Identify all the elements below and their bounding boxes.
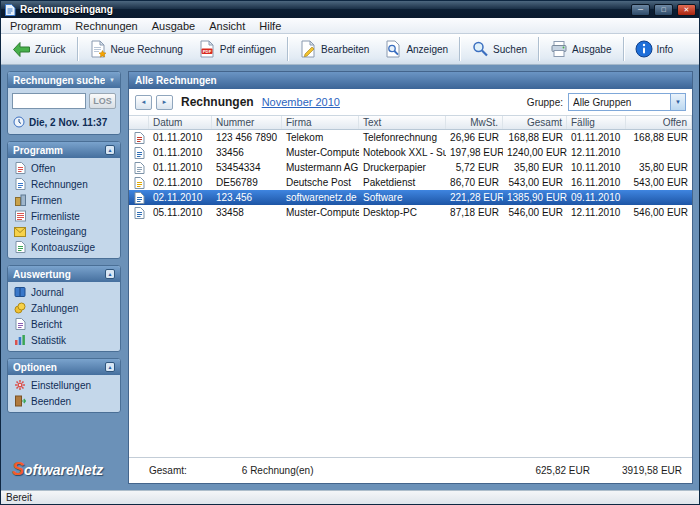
sidebar-item-offen[interactable]: Offen bbox=[8, 160, 120, 176]
sidebar-item-posteingang[interactable]: Posteingang bbox=[8, 224, 120, 239]
col-mwst[interactable]: MwSt. bbox=[446, 116, 503, 129]
col-firma[interactable]: Firma bbox=[282, 116, 359, 129]
invoice-row[interactable]: 01.11.2010123 456 7890TelekomTelefonrech… bbox=[129, 130, 692, 145]
invoice-doc-icon bbox=[129, 147, 149, 159]
view-button[interactable]: Anzeigen bbox=[377, 37, 455, 61]
table-header: Datum Nummer Firma Text MwSt. Gesamt Fäl… bbox=[129, 115, 692, 130]
date-text: Die, 2 Nov. 11:37 bbox=[29, 117, 107, 128]
minimize-button[interactable]: ─ bbox=[631, 4, 650, 16]
search-input[interactable] bbox=[12, 93, 86, 109]
cell-gesamt: 168,88 EUR bbox=[503, 132, 567, 143]
chevron-down-icon[interactable]: ▼ bbox=[670, 94, 685, 110]
footer-label: Gesamt: bbox=[149, 465, 187, 476]
period-link[interactable]: November 2010 bbox=[262, 96, 340, 108]
menu-item-programm[interactable]: Programm bbox=[3, 18, 68, 33]
sidebar-item-label: Kontoauszüge bbox=[31, 242, 95, 253]
sidebar-item-rechnungen[interactable]: Rechnungen bbox=[8, 176, 120, 192]
cell-text: Desktop-PC bbox=[359, 207, 446, 218]
toolbar-button-label: Ausgabe bbox=[572, 44, 611, 55]
toolbar-button-label: Bearbeiten bbox=[321, 44, 369, 55]
sidebar-item-zahlungen[interactable]: Zahlungen bbox=[8, 300, 120, 316]
group-value: Alle Gruppen bbox=[573, 97, 670, 108]
cell-mwst: 5,72 EUR bbox=[446, 162, 503, 173]
cell-offen: 543,00 EUR bbox=[626, 177, 692, 188]
sidebar-item-label: Statistik bbox=[31, 335, 66, 346]
next-month-button[interactable]: ► bbox=[156, 95, 173, 110]
close-button[interactable]: ✕ bbox=[677, 4, 696, 16]
invoice-row[interactable]: 01.11.201053454334Mustermann AGDruckerpa… bbox=[129, 160, 692, 175]
cell-text: Paketdienst bbox=[359, 177, 446, 188]
col-datum[interactable]: Datum bbox=[149, 116, 212, 129]
status-text: Bereit bbox=[6, 492, 32, 503]
footer-gesamt-total: 3919,58 EUR bbox=[622, 465, 682, 476]
cell-offen: 168,88 EUR bbox=[626, 132, 692, 143]
col-text[interactable]: Text bbox=[359, 116, 446, 129]
group-select[interactable]: Alle Gruppen ▼ bbox=[568, 93, 686, 111]
back-button[interactable]: Zurück bbox=[5, 38, 73, 61]
sidebar-item-journal[interactable]: Journal bbox=[8, 284, 120, 300]
collapse-icon[interactable]: ▲ bbox=[105, 362, 115, 372]
cell-nummer: 123 456 7890 bbox=[212, 132, 282, 143]
output-button[interactable]: Ausgabe bbox=[543, 37, 618, 61]
menu-item-ansicht[interactable]: Ansicht bbox=[202, 18, 252, 33]
menu-item-rechnungen[interactable]: Rechnungen bbox=[68, 18, 144, 33]
menu-item-ausgabe[interactable]: Ausgabe bbox=[145, 18, 202, 33]
col-gesamt[interactable]: Gesamt bbox=[503, 116, 567, 129]
cell-nummer: 123.456 bbox=[212, 192, 282, 203]
toolbar-separator bbox=[287, 37, 288, 61]
insert-pdf-button[interactable]: PDFPdf einfügen bbox=[191, 37, 283, 61]
preview-icon bbox=[384, 40, 402, 58]
chevron-down-icon[interactable]: ▼ bbox=[109, 77, 115, 83]
status-bar: Bereit bbox=[1, 490, 699, 504]
invoice-row[interactable]: 02.11.2010DE56789Deutsche PostPaketdiens… bbox=[129, 175, 692, 190]
new-invoice-button[interactable]: Neue Rechnung bbox=[82, 37, 190, 61]
open-invoices-icon bbox=[14, 162, 26, 174]
optionen-panel-header[interactable]: Optionen ▲ bbox=[8, 359, 120, 375]
title-bar[interactable]: Rechnungseingang ─ □ ✕ bbox=[1, 1, 699, 18]
sidebar-item-bericht[interactable]: Bericht bbox=[8, 316, 120, 332]
edit-button[interactable]: Bearbeiten bbox=[292, 37, 376, 61]
cell-datum: 01.11.2010 bbox=[149, 147, 212, 158]
col-icon bbox=[129, 116, 149, 129]
col-offen[interactable]: Offen bbox=[626, 116, 692, 129]
toolbar-button-label: Neue Rechnung bbox=[111, 44, 183, 55]
collapse-icon[interactable]: ▲ bbox=[105, 145, 115, 155]
report-icon bbox=[14, 318, 26, 330]
cell-text: Software bbox=[359, 192, 446, 203]
sidebar-item-kontoauszuege[interactable]: Kontoauszüge bbox=[8, 239, 120, 255]
search-panel-header[interactable]: Rechnungen suchen ▼ bbox=[8, 72, 120, 88]
sidebar-item-einstellungen[interactable]: Einstellungen bbox=[8, 377, 120, 393]
app-icon bbox=[4, 4, 16, 16]
info-icon bbox=[635, 40, 653, 58]
maximize-button[interactable]: □ bbox=[654, 4, 673, 16]
cell-offen: 35,80 EUR bbox=[626, 162, 692, 173]
invoice-row[interactable]: 05.11.201033458Muster-ComputerDesktop-PC… bbox=[129, 205, 692, 220]
search-go-button[interactable]: LOS bbox=[89, 93, 116, 109]
main-header: Alle Rechnungen bbox=[129, 72, 692, 89]
programm-panel-header[interactable]: Programm ▲ bbox=[8, 142, 120, 158]
menu-item-hilfe[interactable]: Hilfe bbox=[252, 18, 288, 33]
info-button[interactable]: Info bbox=[628, 37, 681, 61]
col-faellig[interactable]: Fällig bbox=[567, 116, 626, 129]
app-window: Rechnungseingang ─ □ ✕ ProgrammRechnunge… bbox=[0, 0, 700, 505]
sidebar-item-firmen[interactable]: Firmen bbox=[8, 192, 120, 208]
sidebar-item-label: Bericht bbox=[31, 319, 62, 330]
search-button[interactable]: Suchen bbox=[464, 37, 534, 61]
cell-gesamt: 546,00 EUR bbox=[503, 207, 567, 218]
invoice-rows: 01.11.2010123 456 7890TelekomTelefonrech… bbox=[129, 130, 692, 220]
auswertung-panel-header[interactable]: Auswertung ▲ bbox=[8, 266, 120, 282]
sidebar-item-statistik[interactable]: Statistik bbox=[8, 332, 120, 348]
sidebar-item-beenden[interactable]: Beenden bbox=[8, 393, 120, 409]
invoice-row[interactable]: 02.11.2010123.456softwarenetz.deSoftware… bbox=[129, 190, 692, 205]
col-nummer[interactable]: Nummer bbox=[212, 116, 282, 129]
section-title: Programm bbox=[13, 145, 101, 156]
printer-icon bbox=[550, 40, 568, 58]
collapse-icon[interactable]: ▲ bbox=[105, 269, 115, 279]
prev-month-button[interactable]: ◄ bbox=[135, 95, 152, 110]
main-panel: Alle Rechnungen ◄ ► Rechnungen November … bbox=[128, 71, 693, 484]
date-display[interactable]: Die, 2 Nov. 11:37 bbox=[8, 113, 120, 134]
invoice-row[interactable]: 01.11.201033456Muster-ComputerNotebook X… bbox=[129, 145, 692, 160]
sidebar-item-firmenliste[interactable]: Firmenliste bbox=[8, 208, 120, 224]
toolbar-separator bbox=[77, 37, 78, 61]
statistics-icon bbox=[14, 334, 26, 346]
